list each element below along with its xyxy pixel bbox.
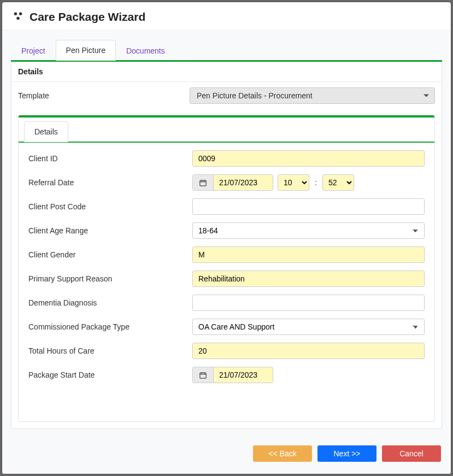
input-total-hours[interactable]	[192, 343, 425, 359]
svg-point-1	[19, 13, 22, 15]
label-package-start-date: Package Start Date	[28, 371, 187, 379]
footer: << Back Next >> Cancel	[2, 438, 451, 474]
calendar-icon[interactable]	[193, 367, 214, 383]
input-client-id[interactable]	[192, 150, 425, 167]
label-client-post-code: Client Post Code	[28, 202, 187, 211]
template-select-value: Pen Picture Details - Procurement	[197, 91, 313, 100]
label-client-gender: Client Gender	[28, 250, 187, 259]
input-dementia-diagnosis[interactable]	[192, 295, 425, 311]
cancel-button[interactable]: Cancel	[382, 445, 441, 462]
svg-rect-3	[200, 180, 206, 186]
inner-tab-details[interactable]: Details	[24, 121, 68, 142]
chevron-down-icon	[423, 95, 429, 97]
select-commissioned-package-type[interactable]: OA Care AND Support	[192, 319, 425, 335]
select-client-age-range[interactable]: 18-64	[192, 222, 425, 239]
time-colon: :	[314, 178, 318, 187]
tab-documents[interactable]: Documents	[116, 40, 175, 61]
tab-pen-picture[interactable]: Pen Picture	[56, 40, 116, 61]
svg-point-2	[16, 17, 20, 20]
input-referral-date[interactable]	[214, 175, 273, 190]
label-client-id: Client ID	[28, 154, 187, 163]
select-referral-minute[interactable]: 52	[322, 174, 354, 191]
input-client-post-code[interactable]	[192, 198, 425, 215]
form-scroll[interactable]: Client ID Referral Date	[19, 143, 434, 421]
input-client-gender[interactable]	[192, 246, 425, 263]
back-button[interactable]: << Back	[253, 445, 312, 462]
modal-title: Care Package Wizard	[30, 10, 145, 23]
template-label: Template	[18, 91, 182, 100]
input-package-start-date[interactable]	[214, 367, 273, 383]
next-button[interactable]: Next >>	[317, 445, 376, 462]
calendar-icon[interactable]	[193, 175, 214, 190]
svg-rect-7	[200, 373, 206, 378]
label-dementia-diagnosis: Dementia Diagnosis	[28, 298, 187, 307]
section-title: Details	[11, 62, 442, 82]
modal-header: Care Package Wizard	[2, 2, 451, 30]
label-primary-support-reason: Primary Support Reason	[28, 274, 187, 283]
svg-point-0	[14, 13, 17, 15]
label-client-age-range: Client Age Range	[28, 226, 187, 235]
label-referral-date: Referral Date	[28, 178, 187, 187]
wizard-icon	[12, 10, 24, 23]
outer-tabs: Project Pen Picture Documents	[2, 31, 451, 60]
template-select[interactable]: Pen Picture Details - Procurement	[190, 87, 435, 104]
label-total-hours: Total Hours of Care	[28, 346, 187, 355]
label-commissioned-package-type: Commissioned Package Type	[28, 322, 187, 331]
input-primary-support-reason[interactable]	[192, 271, 425, 287]
tab-project[interactable]: Project	[11, 40, 56, 61]
select-referral-hour[interactable]: 10	[278, 174, 309, 191]
